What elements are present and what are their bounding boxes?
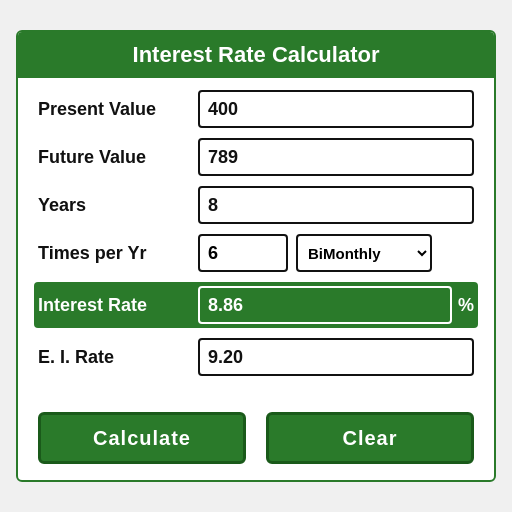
future-value-label: Future Value [38,147,198,168]
times-per-yr-input[interactable] [198,234,288,272]
interest-rate-row: Interest Rate % [34,282,478,328]
frequency-select[interactable]: Daily Weekly BiMonthly Monthly Quarterly… [296,234,432,272]
form-body: Present Value Future Value Years Times p… [18,78,494,398]
times-controls: Daily Weekly BiMonthly Monthly Quarterly… [198,234,432,272]
interest-rate-label: Interest Rate [38,295,198,316]
present-value-row: Present Value [38,90,474,128]
years-input[interactable] [198,186,474,224]
ei-rate-label: E. I. Rate [38,347,198,368]
interest-rate-input[interactable] [198,286,452,324]
present-value-input[interactable] [198,90,474,128]
years-row: Years [38,186,474,224]
times-per-yr-label: Times per Yr [38,243,198,264]
times-per-yr-row: Times per Yr Daily Weekly BiMonthly Mont… [38,234,474,272]
calculate-button[interactable]: Calculate [38,412,246,464]
ei-rate-row: E. I. Rate [38,338,474,376]
present-value-label: Present Value [38,99,198,120]
ei-rate-input[interactable] [198,338,474,376]
calculator-title: Interest Rate Calculator [18,32,494,78]
future-value-input[interactable] [198,138,474,176]
clear-button[interactable]: Clear [266,412,474,464]
calculator-container: Interest Rate Calculator Present Value F… [16,30,496,482]
percent-sign: % [458,295,474,316]
buttons-row: Calculate Clear [18,412,494,464]
years-label: Years [38,195,198,216]
future-value-row: Future Value [38,138,474,176]
